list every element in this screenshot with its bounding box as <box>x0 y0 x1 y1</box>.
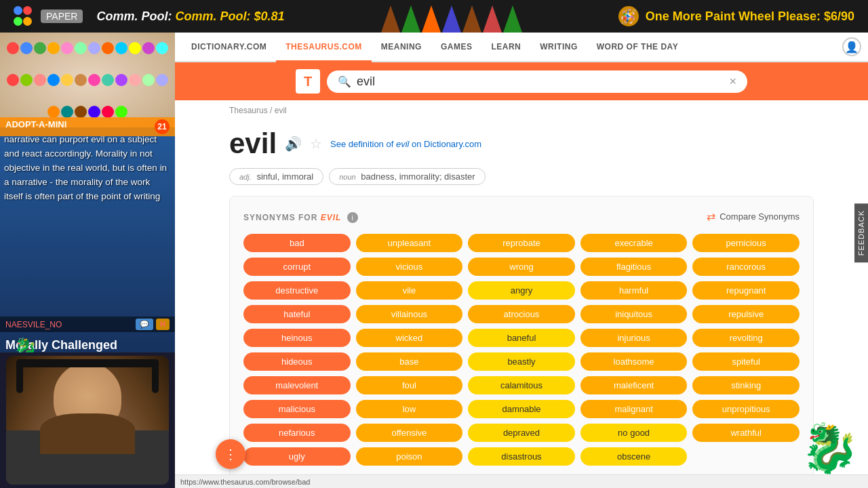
synonym-tag[interactable]: ugly <box>243 447 351 466</box>
synonym-tag[interactable]: villainous <box>356 305 463 323</box>
pos-tag-adj[interactable]: adj. sinful, immoral <box>229 168 323 185</box>
info-icon[interactable]: i <box>347 212 358 223</box>
webcam-area <box>0 352 175 488</box>
synonym-tag[interactable]: injurious <box>580 329 688 347</box>
breadcrumb: Thesaurus / evil <box>175 100 868 121</box>
audio-icon[interactable]: 🔊 <box>285 136 302 152</box>
username-bar: NAESVILE_NO 💬 H <box>0 317 175 332</box>
stream-triangles <box>380 0 523 33</box>
synonym-tag[interactable]: maleficent <box>580 376 688 394</box>
synonym-tag[interactable]: vicious <box>356 258 463 276</box>
synonym-tag[interactable]: low <box>356 400 463 418</box>
synonym-tag[interactable]: loathsome <box>580 352 688 371</box>
synonym-tag[interactable]: wrong <box>468 258 575 276</box>
stream-comm-pool: Comm. Pool: Comm. Pool: $0.81 <box>96 9 284 24</box>
navigation-bar: DICTIONARY.COM THESAURUS.COM MEANING GAM… <box>175 33 868 62</box>
nav-learn[interactable]: LEARN <box>481 33 530 62</box>
synonym-tag[interactable]: malicious <box>243 400 351 418</box>
search-input[interactable] <box>357 75 729 89</box>
dict-link-italic: evil <box>396 139 410 149</box>
pos-tag-noun[interactable]: noun badness, immorality; disaster <box>329 168 485 185</box>
overlay-narrative-text: narrative can purport evil on a subject … <box>4 133 171 204</box>
fab-button[interactable]: ⋮ <box>216 439 245 469</box>
synonym-tag[interactable]: revolting <box>692 329 800 347</box>
cam-person <box>6 356 169 485</box>
pos-tags-section: adj. sinful, immoral noun badness, immor… <box>229 168 814 185</box>
nav-meaning[interactable]: MEANING <box>372 33 431 62</box>
nav-word-of-day[interactable]: WORD OF THE DAY <box>587 33 688 62</box>
status-url: https://www.thesaurus.com/browse/bad <box>180 478 310 486</box>
synonym-tag[interactable]: atrocious <box>468 305 575 323</box>
synonym-tag[interactable]: stinking <box>692 376 800 394</box>
synonym-tag[interactable]: wrathful <box>692 424 800 442</box>
synonym-tag[interactable]: corrupt <box>243 258 351 276</box>
synonym-tag[interactable]: angry <box>468 281 575 300</box>
synonym-tag[interactable]: flagitious <box>580 258 688 276</box>
synonym-tag[interactable]: beastly <box>468 352 575 371</box>
favorite-star-icon[interactable]: ☆ <box>310 136 322 152</box>
synonym-tag[interactable]: execrable <box>580 234 688 252</box>
user-account-icon[interactable]: 👤 <box>842 37 861 56</box>
pos-adj-label: adj. <box>239 173 252 181</box>
main-content-area: DICTIONARY.COM THESAURUS.COM MEANING GAM… <box>175 33 868 488</box>
breadcrumb-thesaurus-link[interactable]: Thesaurus <box>229 106 268 115</box>
synonym-tag[interactable]: rancorous <box>692 258 800 276</box>
synonym-tag[interactable]: unpropitious <box>692 400 800 418</box>
synonym-tag[interactable]: poison <box>356 447 463 466</box>
synonym-tag[interactable]: spiteful <box>692 352 800 371</box>
synonym-tag[interactable]: offensive <box>356 424 463 442</box>
nav-right-section: 👤 <box>842 33 861 61</box>
synonyms-header: SYNONYMS FOR evil i ⇄ Compare Synonyms <box>243 210 800 223</box>
synonym-tag[interactable]: harmful <box>580 281 688 300</box>
synonym-tag[interactable]: damnable <box>468 400 575 418</box>
synonym-tag[interactable]: no good <box>580 424 688 442</box>
synonym-tag[interactable]: malevolent <box>243 376 351 394</box>
synonym-tag[interactable]: hateful <box>243 305 351 323</box>
word-header: evil 🔊 ☆ See definition of evil on Dicti… <box>229 127 814 160</box>
synonym-tag[interactable]: reprobate <box>468 234 575 252</box>
synonyms-title-word: evil <box>321 213 342 222</box>
stream-right-text: One More Paint Wheel Please: $6/90 <box>646 9 854 24</box>
synonym-tag[interactable]: pernicious <box>692 234 800 252</box>
nav-writing[interactable]: WRITING <box>530 33 587 62</box>
search-clear-button[interactable]: × <box>729 75 736 89</box>
search-icon: 🔍 <box>338 75 351 88</box>
synonym-tag[interactable]: obscene <box>580 447 688 466</box>
search-box[interactable]: 🔍 × <box>327 70 747 93</box>
nav-thesaurus[interactable]: THESAURUS.COM <box>276 33 372 62</box>
search-bar: T 🔍 × <box>175 62 868 100</box>
synonym-tag[interactable]: unpleasant <box>356 234 463 252</box>
breadcrumb-separator: / <box>270 106 275 115</box>
dictionary-definition-link[interactable]: See definition of evil on Dictionary.com <box>330 139 481 149</box>
synonym-tag[interactable]: nefarious <box>243 424 351 442</box>
username-text: NAESVILE_NO <box>5 320 62 329</box>
compare-synonyms-button[interactable]: ⇄ Compare Synonyms <box>707 210 800 223</box>
synonym-tag[interactable]: vile <box>356 281 463 300</box>
nav-games[interactable]: GAMES <box>431 33 482 62</box>
synonyms-title-text: SYNONYMS FOR evil <box>243 213 344 222</box>
breadcrumb-word: evil <box>275 106 287 115</box>
synonym-tag[interactable]: wicked <box>356 329 463 347</box>
synonym-tag[interactable]: hideous <box>243 352 351 371</box>
synonym-tag[interactable]: depraved <box>468 424 575 442</box>
pos-noun-label: noun <box>339 173 355 181</box>
synonym-tag[interactable]: destructive <box>243 281 351 300</box>
synonym-tag[interactable]: repugnant <box>692 281 800 300</box>
synonym-tag[interactable]: calamitous <box>468 376 575 394</box>
synonyms-title: SYNONYMS FOR evil i <box>243 211 358 223</box>
synonym-tag[interactable]: malignant <box>580 400 688 418</box>
status-bar: https://www.thesaurus.com/browse/bad <box>175 474 868 488</box>
nav-dictionary[interactable]: DICTIONARY.COM <box>182 33 276 62</box>
synonym-tag[interactable]: heinous <box>243 329 351 347</box>
main-word: evil <box>229 127 277 160</box>
synonym-tag[interactable]: repulsive <box>692 305 800 323</box>
feedback-tab[interactable]: FEEDBACK <box>854 203 868 262</box>
synonym-tag[interactable]: base <box>356 352 463 371</box>
dragon-mascot: 🐉 <box>800 420 854 474</box>
synonym-tag[interactable]: baneful <box>468 329 575 347</box>
synonym-tag[interactable]: iniquitous <box>580 305 688 323</box>
pos-noun-text: badness, immorality; disaster <box>361 171 475 182</box>
synonym-tag[interactable]: disastrous <box>468 447 575 466</box>
synonym-tag[interactable]: foul <box>356 376 463 394</box>
synonym-tag[interactable]: bad <box>243 234 351 252</box>
